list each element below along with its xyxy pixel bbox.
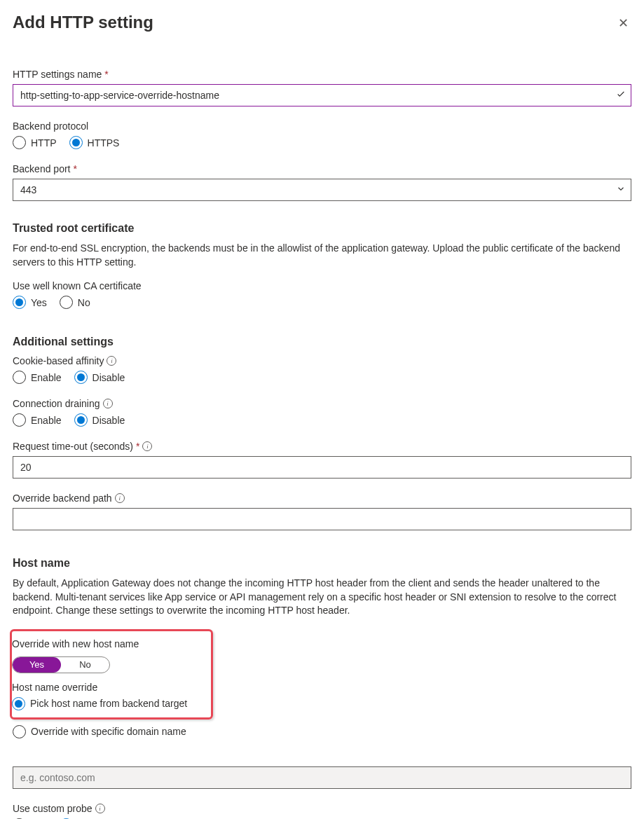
request-timeout-input[interactable] <box>13 456 631 479</box>
toggle-no[interactable]: No <box>61 657 109 673</box>
info-icon[interactable]: i <box>115 493 125 503</box>
custom-probe-label: Use custom probe i <box>13 803 631 814</box>
cookie-disable-radio[interactable]: Disable <box>74 371 125 384</box>
drain-enable-radio[interactable]: Enable <box>13 413 62 427</box>
host-override-pick-radio[interactable]: Pick host name from backend target <box>12 697 204 710</box>
host-name-description: By default, Application Gateway does not… <box>13 577 631 618</box>
additional-settings-heading: Additional settings <box>13 336 631 348</box>
protocol-https-radio[interactable]: HTTPS <box>69 136 120 149</box>
close-icon[interactable]: ✕ <box>615 13 631 34</box>
radio-icon <box>74 413 88 427</box>
info-icon[interactable]: i <box>95 804 105 813</box>
toggle-yes[interactable]: Yes <box>13 657 61 673</box>
http-settings-name-input[interactable] <box>13 84 631 106</box>
cookie-enable-radio[interactable]: Enable <box>13 371 62 384</box>
drain-disable-radio[interactable]: Disable <box>74 413 125 427</box>
info-icon[interactable]: i <box>142 441 152 451</box>
host-override-specific-radio[interactable]: Override with specific domain name <box>13 725 631 738</box>
override-new-host-label: Override with new host name <box>12 638 204 649</box>
radio-icon <box>13 725 26 738</box>
request-timeout-label: Request time-out (seconds)* i <box>13 441 631 452</box>
http-settings-name-label: HTTP settings name* <box>13 69 631 80</box>
override-backend-path-label: Override backend path i <box>13 493 631 504</box>
protocol-http-radio[interactable]: HTTP <box>13 136 57 149</box>
cookie-affinity-label: Cookie-based affinity i <box>13 355 631 366</box>
radio-icon <box>13 413 26 427</box>
backend-port-label: Backend port* <box>13 163 631 174</box>
info-icon[interactable]: i <box>107 356 116 366</box>
radio-icon <box>12 697 25 710</box>
highlight-box: Override with new host name Yes No Host … <box>10 629 213 720</box>
page-title: Add HTTP setting <box>13 13 153 32</box>
connection-draining-label: Connection draining i <box>13 398 631 409</box>
radio-icon <box>60 296 73 309</box>
info-icon[interactable]: i <box>103 399 113 408</box>
domain-name-input <box>13 766 631 789</box>
backend-protocol-label: Backend protocol <box>13 121 631 132</box>
ca-certificate-label: Use well known CA certificate <box>13 280 631 291</box>
trusted-root-heading: Trusted root certificate <box>13 222 631 235</box>
radio-icon <box>13 371 26 384</box>
host-name-override-label: Host name override <box>12 682 204 693</box>
override-backend-path-input[interactable] <box>13 508 631 530</box>
backend-port-input[interactable] <box>13 179 631 201</box>
ca-yes-radio[interactable]: Yes <box>13 296 47 309</box>
radio-icon <box>69 136 83 149</box>
ca-no-radio[interactable]: No <box>60 296 90 309</box>
radio-icon <box>13 136 26 149</box>
host-name-heading: Host name <box>13 557 631 570</box>
override-host-toggle[interactable]: Yes No <box>12 656 110 673</box>
radio-icon <box>74 371 88 384</box>
radio-icon <box>13 296 26 309</box>
trusted-root-description: For end-to-end SSL encryption, the backe… <box>13 242 631 269</box>
